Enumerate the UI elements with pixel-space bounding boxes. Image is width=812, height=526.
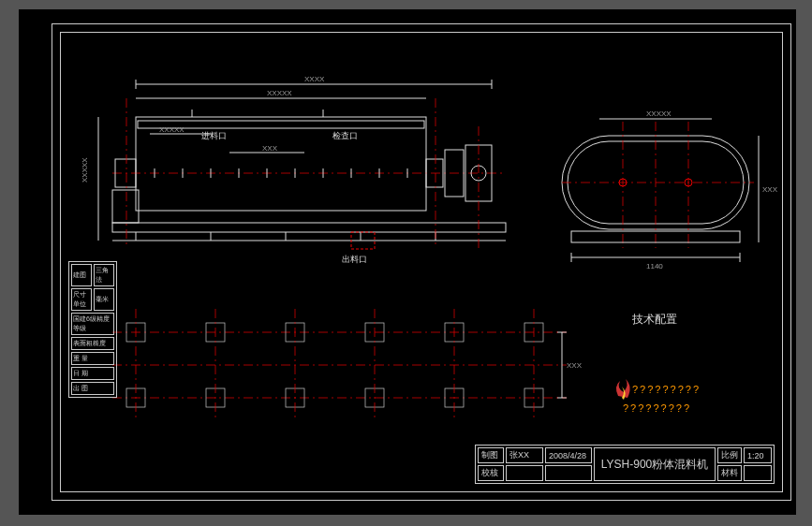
watermark-top: ?????????: [632, 384, 701, 395]
tb-material: [744, 465, 772, 481]
inlet-label: 进料口: [201, 131, 227, 140]
plan-height-dim: XXX: [567, 361, 583, 370]
left-dim: XXXXX: [159, 125, 185, 134]
tb-draw-label: 制图: [478, 447, 504, 463]
inner-dim: XXXXX: [267, 89, 292, 97]
tb-scale: 1:20: [744, 447, 772, 463]
frame-outer: XXXX XXXXX XXXXX XXX 进料口 检查口 出料口 XXXXX 1…: [52, 23, 791, 501]
svg-rect-14: [112, 190, 139, 223]
svg-rect-19: [112, 223, 506, 232]
tb-date: 2008/4/28: [545, 447, 592, 463]
side-elevation-view: XXXX XXXXX XXXXX XXX 进料口 检查口 出料口 XXXXX: [81, 75, 506, 264]
foundation-plan-view: XXX: [112, 309, 583, 421]
section-label: 技术配置: [631, 313, 677, 326]
tb-title: LYSH-900粉体混料机: [594, 447, 716, 481]
watermark-bottom: ?????????: [623, 402, 691, 414]
end-height-dim: XXX: [762, 185, 778, 194]
title-block: 制图 张XX 2008/4/28 LYSH-900粉体混料机 比例 1:20 校…: [475, 445, 775, 484]
left-annotation-block: 建图三角法 尺寸单位毫米 国建6级精度等级 表面粗糙度 重 量 日 期 出 图: [68, 261, 117, 398]
top-dim: XXXX: [304, 75, 325, 83]
side-dim: XXXXX: [81, 157, 89, 183]
tb-check-label: 校核: [478, 465, 504, 481]
end-elevation-view: 1140 XXX XXXXX: [562, 110, 778, 270]
mid-dim: XXX: [262, 144, 278, 153]
frame-inner: XXXX XXXXX XXXXX XXX 进料口 检查口 出料口 XXXXX 1…: [60, 32, 783, 492]
inspection-label: 检查口: [332, 131, 358, 140]
drawing-canvas: XXXX XXXXX XXXXX XXX 进料口 检查口 出料口 XXXXX 1…: [19, 9, 796, 515]
tb-scale-label: 比例: [717, 447, 742, 463]
tb-material-label: 材料: [717, 465, 742, 481]
tb-draw-name: 张XX: [506, 447, 543, 463]
end-width-dim: 1140: [646, 262, 663, 270]
outlet-label: 出料口: [342, 255, 367, 264]
logo-icon: [616, 379, 630, 400]
svg-text:XXXXX: XXXXX: [646, 110, 672, 118]
drawing-svg: XXXX XXXXX XXXXX XXX 进料口 检查口 出料口 XXXXX 1…: [61, 33, 786, 495]
